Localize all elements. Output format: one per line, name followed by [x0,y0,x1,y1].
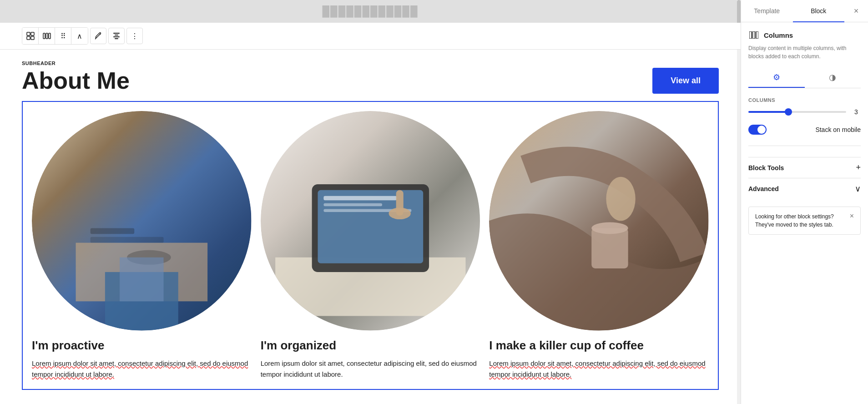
align-button[interactable] [108,28,125,44]
block-type-desc: Display content in multiple columns, wit… [748,44,861,61]
svg-rect-31 [592,228,628,268]
column-title-3: I make a killer cup of coffee [489,338,709,354]
column-image-2 [261,111,480,331]
svg-rect-18 [120,258,164,302]
column-body-3: Lorem ipsum dolor sit amet, consectetur … [489,358,709,380]
svg-rect-3 [31,36,34,40]
sub-tab-style[interactable]: ◑ [805,68,861,88]
advanced-chevron-icon: ∨ [855,184,861,194]
svg-rect-36 [756,31,758,39]
subheader-label: SUBHEADER [22,61,719,66]
panel-tabs: Template Block × [741,0,868,22]
svg-rect-7 [113,33,120,34]
block-tools-label: Block Tools [748,164,784,172]
sidebar-panel: Template Block × Columns Display content… [741,0,868,404]
columns-value: 3 [852,108,861,116]
svg-rect-25 [323,203,382,206]
view-all-button[interactable]: View all [652,68,719,94]
column-body-2: Lorem ipsum dolor sit amet, consectetur … [261,358,480,380]
column-title-2: I'm organized [261,338,480,354]
advanced-section[interactable]: Advanced ∨ [748,178,861,199]
transform-button[interactable] [22,28,39,44]
svg-rect-9 [113,36,120,37]
block-tools-add-icon: + [856,163,861,172]
block-type-header: Columns [748,30,861,40]
section-header: About Me View all [22,68,719,94]
columns-icon [748,30,759,40]
block-type-name: Columns [764,31,793,39]
drag-button[interactable]: ⠿ [55,28,71,44]
editor-content: SUBHEADER About Me View all [0,50,741,404]
svg-rect-14 [91,228,135,234]
section-title: About Me [22,68,130,94]
sub-tabs: ⚙ ◑ [748,68,861,88]
column-item: I'm proactive Lorem ipsum dolor sit amet… [32,111,252,379]
settings-icon: ⚙ [773,72,780,82]
more-options-button[interactable]: ⋮ [126,28,143,44]
close-panel-button[interactable]: × [848,3,864,19]
svg-rect-4 [43,33,45,39]
svg-rect-35 [753,31,755,39]
column-title-1: I'm proactive [32,338,252,354]
stack-on-mobile-row: Stack on mobile [748,125,861,146]
svg-rect-5 [46,33,48,39]
panel-body: Columns Display content in multiple colu… [741,22,868,404]
svg-rect-6 [49,33,50,39]
svg-rect-28 [396,190,403,216]
notification-box: Looking for other block settings? They'v… [748,207,861,235]
columns-slider-row: 3 [748,108,861,116]
draw-button[interactable] [90,28,106,44]
svg-rect-24 [323,196,397,201]
column-image-3 [489,111,709,331]
column-item: I'm organized Lorem ipsum dolor sit amet… [261,111,480,379]
editor-scrollbar[interactable] [737,0,741,404]
tab-template[interactable]: Template [741,0,793,22]
columns-label: COLUMNS [748,97,861,103]
sub-tab-settings[interactable]: ⚙ [748,68,805,88]
svg-rect-1 [31,32,34,35]
column-item: I make a killer cup of coffee Lorem ipsu… [489,111,709,379]
svg-rect-10 [115,38,118,39]
svg-point-33 [606,177,636,221]
svg-rect-15 [91,237,164,243]
toolbar-group-left: ⠿ ∧ [22,27,88,45]
tab-block[interactable]: Block [793,0,845,22]
block-toolbar: ⠿ ∧ ⋮ [0,23,741,50]
svg-rect-34 [749,31,752,39]
svg-rect-8 [115,35,118,35]
column-image-1 [32,111,252,331]
svg-point-32 [592,222,628,234]
columns-layout-button[interactable] [39,28,55,44]
notification-close-button[interactable]: × [850,212,854,220]
notification-text: Looking for other block settings? They'v… [755,212,845,229]
block-tools-section[interactable]: Block Tools + [748,157,861,178]
svg-rect-23 [318,190,423,263]
move-up-button[interactable]: ∧ [71,28,88,44]
stack-on-mobile-toggle[interactable] [748,125,767,135]
svg-rect-0 [27,32,30,35]
stack-on-mobile-label: Stack on mobile [815,126,861,133]
columns-slider[interactable] [748,111,846,113]
svg-rect-2 [27,36,30,40]
editor-area: ████████████ ⠿ ∧ [0,0,741,404]
advanced-label: Advanced [748,185,779,192]
style-icon: ◑ [829,72,836,82]
column-body-1: Lorem ipsum dolor sit amet, consectetur … [32,358,252,380]
top-banner-text: ████████████ [322,5,418,17]
top-banner: ████████████ [0,0,741,23]
columns-block: I'm proactive Lorem ipsum dolor sit amet… [22,101,719,389]
